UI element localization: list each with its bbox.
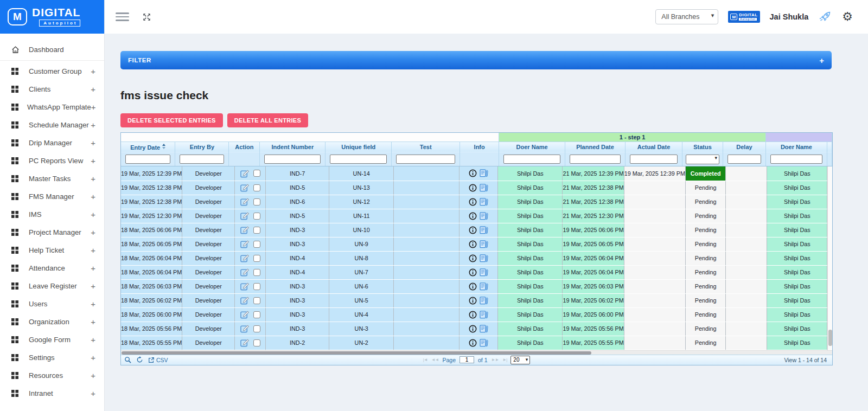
edit-icon[interactable]: [240, 310, 250, 319]
notes-icon[interactable]: [480, 297, 489, 305]
notes-icon[interactable]: [480, 184, 489, 192]
branch-select[interactable]: All Branches: [655, 9, 718, 24]
filter-input-delay[interactable]: [727, 155, 761, 164]
notes-icon[interactable]: [480, 226, 489, 234]
edit-icon[interactable]: [240, 268, 250, 277]
edit-icon[interactable]: [240, 338, 250, 347]
sidebar-item-dashboard[interactable]: Dashboard: [0, 41, 104, 59]
edit-icon[interactable]: [240, 226, 250, 234]
notes-icon[interactable]: [480, 268, 489, 277]
delete-selected-button[interactable]: DELETE SELECTED ENTRIES: [120, 113, 223, 127]
rocket-icon[interactable]: [818, 10, 832, 23]
plus-expand-icon[interactable]: +: [91, 67, 95, 76]
info-icon[interactable]: [469, 254, 477, 262]
sidebar-item-drip-manager[interactable]: Drip Manager+: [0, 134, 104, 152]
horizontal-scrollbar[interactable]: [121, 350, 832, 355]
sidebar-item-organization[interactable]: Organization+: [0, 313, 104, 331]
filter-expand-icon[interactable]: +: [819, 56, 824, 65]
page-size-select[interactable]: 20: [510, 356, 530, 364]
sidebar-item-whatsapp-template[interactable]: WhatsApp Template+: [0, 98, 104, 116]
sidebar-item-master-tasks[interactable]: Master Tasks+: [0, 170, 104, 188]
sidebar-item-users[interactable]: Users+: [0, 295, 104, 313]
info-icon[interactable]: [469, 268, 477, 277]
filter-input-actual-date[interactable]: [630, 155, 678, 164]
plus-expand-icon[interactable]: +: [91, 210, 95, 219]
filter-accordion[interactable]: FILTER +: [120, 51, 832, 69]
plus-expand-icon[interactable]: +: [91, 281, 95, 291]
row-checkbox[interactable]: [253, 255, 260, 262]
row-checkbox[interactable]: [253, 198, 260, 206]
delete-all-button[interactable]: DELETE ALL ENTRIES: [227, 113, 308, 127]
info-icon[interactable]: [469, 198, 477, 206]
filter-input-doer-name[interactable]: [770, 155, 822, 164]
edit-icon[interactable]: [240, 324, 250, 333]
edit-icon[interactable]: [240, 240, 250, 248]
sidebar-item-help-ticket[interactable]: Help Ticket+: [0, 241, 104, 259]
row-checkbox[interactable]: [253, 269, 260, 276]
info-icon[interactable]: [469, 169, 477, 177]
sidebar-item-ims[interactable]: IMS+: [0, 206, 104, 223]
filter-select-status[interactable]: [686, 155, 719, 164]
sidebar-item-schedule-manager[interactable]: Schedule Manager+: [0, 116, 104, 134]
row-checkbox[interactable]: [253, 170, 260, 177]
plus-expand-icon[interactable]: +: [91, 120, 95, 130]
vertical-scrollbar[interactable]: [827, 166, 832, 350]
last-page-icon[interactable]: ►|: [502, 357, 507, 362]
settings-gear-icon[interactable]: ⚙: [842, 11, 853, 23]
row-checkbox[interactable]: [253, 311, 260, 318]
plus-expand-icon[interactable]: +: [91, 102, 96, 112]
notes-icon[interactable]: [480, 282, 489, 291]
prev-page-icon[interactable]: ◄◄: [431, 357, 439, 362]
plus-expand-icon[interactable]: +: [91, 192, 95, 201]
edit-icon[interactable]: [240, 211, 250, 220]
row-checkbox[interactable]: [253, 325, 260, 332]
plus-expand-icon[interactable]: +: [91, 246, 95, 255]
row-checkbox[interactable]: [253, 339, 260, 346]
filter-input-doer-name[interactable]: [503, 155, 560, 164]
notes-icon[interactable]: [480, 325, 489, 333]
plus-expand-icon[interactable]: +: [91, 335, 95, 344]
plus-expand-icon[interactable]: +: [91, 174, 95, 183]
info-icon[interactable]: [469, 226, 477, 234]
notes-icon[interactable]: [480, 212, 489, 220]
info-icon[interactable]: [469, 297, 477, 305]
plus-expand-icon[interactable]: +: [91, 389, 95, 398]
plus-expand-icon[interactable]: +: [91, 264, 95, 273]
plus-expand-icon[interactable]: +: [91, 85, 95, 94]
filter-input-indent-number[interactable]: [264, 155, 321, 164]
column-header-entry-date-0[interactable]: Entry Date: [121, 142, 175, 152]
sidebar-item-customer-group[interactable]: Customer Group+: [0, 62, 104, 80]
row-checkbox[interactable]: [253, 184, 260, 191]
plus-expand-icon[interactable]: +: [91, 371, 95, 380]
info-icon[interactable]: [469, 212, 477, 220]
notes-icon[interactable]: [480, 339, 489, 347]
sort-icon[interactable]: [162, 144, 165, 149]
notes-icon[interactable]: [480, 198, 489, 206]
sidebar-item-leave-register[interactable]: Leave Register+: [0, 277, 104, 295]
plus-expand-icon[interactable]: +: [91, 299, 95, 309]
plus-expand-icon[interactable]: +: [91, 317, 95, 326]
fullscreen-expand-icon[interactable]: [142, 12, 151, 22]
page-number-input[interactable]: [459, 356, 474, 363]
next-page-icon[interactable]: ►►: [492, 357, 499, 362]
hamburger-menu-icon[interactable]: [116, 10, 129, 24]
notes-icon[interactable]: [480, 169, 489, 177]
info-icon[interactable]: [469, 240, 477, 248]
edit-icon[interactable]: [240, 183, 250, 192]
first-page-icon[interactable]: |◄: [423, 357, 427, 362]
notes-icon[interactable]: [480, 311, 489, 319]
sidebar-item-project-manager[interactable]: Project Manager+: [0, 223, 104, 241]
edit-icon[interactable]: [240, 197, 250, 206]
plus-expand-icon[interactable]: +: [91, 156, 95, 165]
filter-input-test[interactable]: [396, 155, 455, 164]
sidebar-item-google-form[interactable]: Google Form+: [0, 331, 104, 349]
edit-icon[interactable]: [240, 282, 250, 291]
info-icon[interactable]: [469, 325, 477, 333]
plus-expand-icon[interactable]: +: [91, 353, 95, 362]
filter-input-entry-by[interactable]: [180, 155, 224, 164]
sidebar-item-clients[interactable]: Clients+: [0, 80, 104, 98]
edit-icon[interactable]: [240, 254, 250, 262]
row-checkbox[interactable]: [253, 241, 260, 248]
info-icon[interactable]: [469, 311, 477, 319]
row-checkbox[interactable]: [253, 283, 260, 290]
